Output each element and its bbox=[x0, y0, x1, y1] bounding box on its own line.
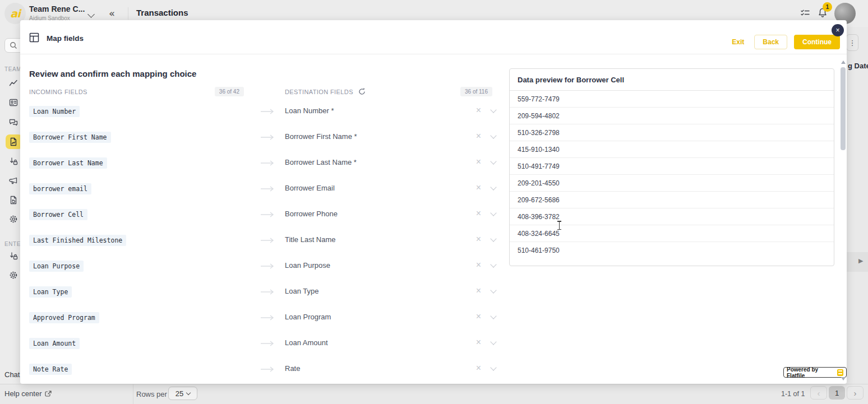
destination-fields-header: DESTINATION FIELDS bbox=[285, 89, 353, 95]
incoming-field-chip[interactable]: Borrower Last Name bbox=[29, 157, 107, 169]
incoming-field-chip[interactable]: Last Finished Milestone bbox=[29, 235, 126, 246]
incoming-field-chip[interactable]: Note Rate bbox=[29, 364, 72, 375]
incoming-field-chip[interactable]: Approved Program bbox=[29, 312, 99, 323]
destination-field-value[interactable]: Title Last Name bbox=[285, 235, 336, 244]
destination-field-value[interactable]: Loan Purpose bbox=[285, 261, 330, 270]
clear-mapping-icon[interactable]: × bbox=[476, 338, 481, 347]
rows-per-page-select[interactable]: 25 bbox=[168, 387, 197, 400]
destination-field-value[interactable]: Borrower Email bbox=[285, 184, 335, 192]
destination-field-value[interactable]: Borrower First Name * bbox=[285, 132, 357, 141]
destination-field-value[interactable]: Borrower Last Name * bbox=[285, 158, 357, 166]
incoming-field-chip[interactable]: borrower email bbox=[29, 183, 91, 194]
chevron-down-icon[interactable] bbox=[490, 287, 496, 293]
incoming-field-chip[interactable]: Loan Type bbox=[29, 286, 72, 298]
chevron-down-icon[interactable] bbox=[490, 261, 496, 267]
help-center-link[interactable]: Help center bbox=[4, 389, 52, 398]
destination-field-value[interactable]: Rate bbox=[285, 364, 300, 373]
back-button[interactable]: Back bbox=[754, 35, 787, 49]
chevron-down-icon[interactable] bbox=[87, 11, 95, 18]
incoming-field-chip[interactable]: Loan Purpose bbox=[29, 261, 84, 272]
incoming-field-chip[interactable]: Borrower First Name bbox=[29, 132, 111, 143]
sidebar-section-team: TEAM bbox=[4, 66, 21, 72]
destination-field-cell: Loan Type × bbox=[285, 286, 499, 295]
close-icon[interactable]: × bbox=[832, 24, 844, 36]
modal-actions: Exit Back Continue bbox=[728, 35, 840, 49]
gear-icon[interactable] bbox=[9, 215, 18, 224]
destination-field-value[interactable]: Loan Type bbox=[285, 287, 318, 295]
clear-mapping-icon[interactable]: × bbox=[476, 235, 481, 244]
next-page-button[interactable]: › bbox=[847, 386, 864, 400]
incoming-field-chip[interactable]: Loan Number bbox=[29, 106, 80, 117]
help-center-label: Help center bbox=[4, 389, 41, 398]
mapping-row: Note Rate Rate × bbox=[29, 359, 499, 384]
chevron-down-icon[interactable] bbox=[490, 158, 496, 164]
mapping-row: Last Finished Milestone Title Last Name … bbox=[29, 230, 499, 256]
background-column-header: g Date bbox=[848, 62, 868, 70]
mapping-arrow-icon bbox=[250, 106, 285, 114]
chat-bubbles-icon[interactable] bbox=[9, 118, 18, 127]
chevron-down-icon[interactable] bbox=[490, 364, 496, 370]
sidebar-collapse-icon[interactable]: « bbox=[109, 7, 115, 19]
chat-label[interactable]: Chat bbox=[4, 370, 20, 379]
import-arrow-lock-icon[interactable] bbox=[9, 157, 18, 166]
scroll-up-icon[interactable] bbox=[841, 61, 846, 64]
exit-button[interactable]: Exit bbox=[728, 36, 747, 48]
gear-icon[interactable] bbox=[9, 271, 18, 280]
clear-mapping-icon[interactable]: × bbox=[476, 132, 481, 141]
clear-mapping-icon[interactable]: × bbox=[476, 364, 481, 373]
clear-mapping-icon[interactable]: × bbox=[476, 106, 481, 115]
chevron-down-icon[interactable] bbox=[490, 106, 496, 113]
document-sync-icon[interactable] bbox=[9, 196, 18, 205]
sidebar-section-enterprise: ENTE bbox=[4, 241, 21, 247]
clear-mapping-icon[interactable]: × bbox=[476, 157, 481, 166]
document-icon[interactable] bbox=[9, 137, 18, 146]
clear-mapping-icon[interactable]: × bbox=[476, 209, 481, 218]
modal-header: Map fields Exit Back Continue bbox=[20, 20, 847, 54]
review-heading: Review and confirm each mapping choice bbox=[29, 69, 196, 78]
preview-cell: 510-461-9750 bbox=[510, 242, 834, 259]
previous-page-button[interactable]: ‹ bbox=[810, 386, 827, 400]
preview-cell: 510-491-7749 bbox=[510, 158, 834, 175]
chevron-down-icon[interactable] bbox=[490, 338, 496, 345]
chevron-down-icon[interactable] bbox=[490, 235, 496, 242]
reset-mappings-icon[interactable] bbox=[358, 88, 366, 95]
scroll-down-icon[interactable] bbox=[841, 377, 846, 380]
current-page-button[interactable]: 1 bbox=[829, 386, 845, 400]
megaphone-icon[interactable] bbox=[9, 176, 18, 185]
clear-mapping-icon[interactable]: × bbox=[476, 312, 481, 321]
destination-field-cell: Borrower Email × bbox=[285, 183, 499, 192]
destination-field-cell: Loan Amount × bbox=[285, 338, 499, 347]
chevron-down-icon[interactable] bbox=[490, 313, 496, 319]
destination-field-value[interactable]: Loan Program bbox=[285, 313, 331, 321]
overflow-menu-button[interactable]: ⋮ bbox=[846, 34, 858, 51]
contact-card-icon[interactable] bbox=[9, 98, 18, 107]
line-chart-icon[interactable] bbox=[9, 78, 18, 87]
destination-field-cell: Loan Program × bbox=[285, 312, 499, 321]
clear-mapping-icon[interactable]: × bbox=[476, 261, 481, 270]
clear-mapping-icon[interactable]: × bbox=[476, 183, 481, 192]
destination-field-value[interactable]: Borrower Phone bbox=[285, 210, 338, 218]
clear-mapping-icon[interactable]: × bbox=[476, 286, 481, 295]
divider bbox=[128, 7, 128, 20]
destination-field-value[interactable]: Loan Amount bbox=[285, 338, 328, 347]
modal-scrollbar[interactable] bbox=[841, 57, 846, 383]
import-arrow-lock-icon[interactable] bbox=[9, 252, 18, 261]
preview-cell: 510-326-2798 bbox=[510, 124, 834, 141]
incoming-field-chip[interactable]: Borrower Cell bbox=[29, 209, 87, 220]
powered-by-flatfile-badge[interactable]: Powered by Flatfile bbox=[783, 367, 847, 378]
chevron-down-icon[interactable] bbox=[490, 132, 496, 138]
chevron-down-icon[interactable] bbox=[490, 184, 496, 190]
incoming-field-chip[interactable]: Loan Amount bbox=[29, 338, 80, 349]
mapping-arrow-icon bbox=[250, 364, 285, 372]
map-fields-modal: Map fields Exit Back Continue × Review a… bbox=[20, 20, 847, 384]
mapping-row: Loan Type Loan Type × bbox=[29, 282, 499, 308]
destination-field-cell: Rate × bbox=[285, 364, 499, 373]
workspace-switcher[interactable]: Team Rene C... Aidium Sandbox bbox=[29, 4, 85, 21]
scroll-right-icon[interactable]: ▶ bbox=[858, 257, 863, 264]
continue-button[interactable]: Continue bbox=[794, 35, 840, 49]
chevron-down-icon[interactable] bbox=[490, 210, 496, 216]
aidium-logo-mark: ai bbox=[10, 7, 20, 20]
destination-field-value[interactable]: Loan Number * bbox=[285, 106, 334, 115]
tasks-checklist-icon[interactable] bbox=[800, 8, 810, 17]
scrollbar-thumb[interactable] bbox=[841, 67, 846, 150]
